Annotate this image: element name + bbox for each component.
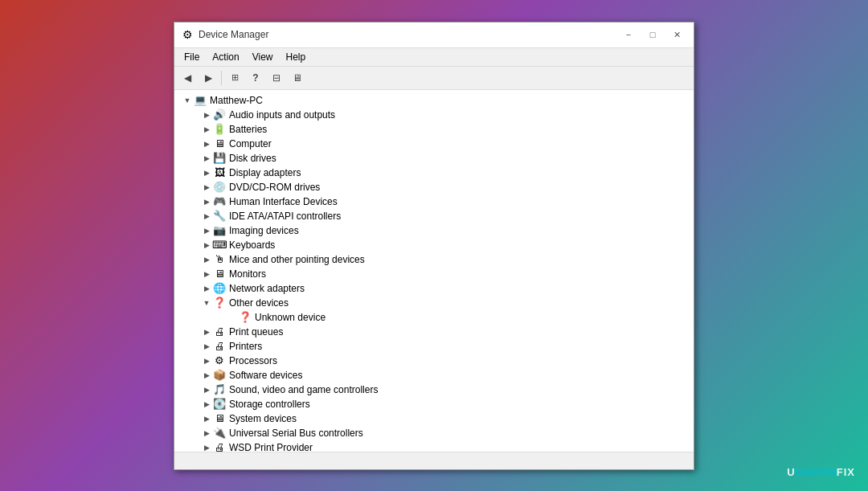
item-label: Processors: [229, 355, 277, 366]
item-icon: 🖨: [213, 441, 226, 452]
item-icon: 🔌: [213, 427, 226, 440]
list-item[interactable]: ▶ 🎵 Sound, video and game controllers: [174, 383, 694, 397]
item-label: Computer: [229, 138, 272, 149]
toolbar: ◀ ▶ ⊞ ? ⊟ 🖥: [174, 67, 694, 90]
toolbar-computer[interactable]: 🖥: [288, 69, 307, 87]
list-item[interactable]: ▶ 🔊 Audio inputs and outputs: [174, 108, 694, 122]
item-label: Keyboards: [229, 239, 275, 251]
expand-icon: ▶: [200, 340, 213, 353]
tree-root[interactable]: ▼ 💻 Matthew-PC: [174, 93, 694, 108]
item-label: Universal Serial Bus controllers: [229, 428, 363, 439]
expand-icon: ▶: [200, 181, 213, 194]
expand-root: ▼: [181, 94, 194, 107]
item-label: Mice and other pointing devices: [229, 254, 365, 265]
item-icon: ❓: [239, 311, 252, 324]
toolbar-forward[interactable]: ▶: [199, 69, 218, 87]
list-item[interactable]: ▶ 🖨 Printers: [174, 339, 694, 354]
expand-icon: ▶: [200, 137, 213, 150]
expand-icon: ▶: [200, 152, 213, 165]
list-item[interactable]: ▶ 📷 Imaging devices: [174, 223, 694, 238]
item-label: Sound, video and game controllers: [229, 384, 378, 395]
list-item[interactable]: ▶ 🖥 System devices: [174, 411, 694, 426]
item-icon: 🎮: [213, 195, 226, 208]
item-icon: 🎵: [213, 383, 226, 396]
item-label: Human Interface Devices: [229, 196, 338, 207]
item-icon: 🖼: [213, 166, 226, 179]
list-item[interactable]: ▶ 🔧 IDE ATA/ATAPI controllers: [174, 209, 694, 223]
item-icon: 🖨: [213, 325, 226, 338]
list-item[interactable]: ▶ 💽 Storage controllers: [174, 397, 694, 411]
expand-icon: ▶: [200, 108, 213, 121]
item-label: Other devices: [229, 297, 289, 309]
list-item[interactable]: ▶ 🖨 Print queues: [174, 325, 694, 339]
minimize-button[interactable]: −: [618, 27, 639, 43]
item-label: DVD/CD-ROM drives: [229, 182, 320, 193]
list-item[interactable]: ▶ ⌨ Keyboards: [174, 238, 694, 252]
toolbar-update[interactable]: ⊟: [267, 69, 286, 87]
expand-icon: ▶: [200, 282, 213, 295]
expand-icon: ▶: [200, 383, 213, 396]
menu-action[interactable]: Action: [206, 50, 245, 64]
expand-icon: ▶: [200, 166, 213, 179]
title-bar-left: ⚙ Device Manager: [181, 28, 268, 41]
expand-icon: ▶: [200, 354, 213, 367]
item-label: Unknown device: [255, 312, 326, 323]
list-item[interactable]: ▶ 🔋 Batteries: [174, 122, 694, 137]
item-icon: 🔧: [213, 210, 226, 223]
list-item[interactable]: ▶ ⚙ Processors: [174, 354, 694, 368]
maximize-button[interactable]: □: [642, 27, 663, 43]
item-label: Imaging devices: [229, 225, 299, 236]
item-icon: 💽: [213, 398, 226, 411]
list-item[interactable]: ▶ 🖥 Monitors: [174, 267, 694, 281]
menu-view[interactable]: View: [246, 50, 280, 64]
item-icon: 🌐: [213, 282, 226, 295]
list-item[interactable]: ▶ 🖱 Mice and other pointing devices: [174, 252, 694, 267]
expand-icon: ▶: [200, 210, 213, 223]
item-label: Print queues: [229, 326, 283, 338]
item-icon: 🖥: [213, 412, 226, 425]
list-item[interactable]: ▶ 💿 DVD/CD-ROM drives: [174, 180, 694, 194]
list-item[interactable]: ▶ 🖥 Computer: [174, 137, 694, 151]
window-controls: − □ ✕: [618, 27, 687, 43]
item-icon: 🔋: [213, 123, 226, 136]
list-item[interactable]: ▶ 🎮 Human Interface Devices: [174, 194, 694, 209]
expand-icon: ▶: [200, 268, 213, 280]
item-label: IDE ATA/ATAPI controllers: [229, 211, 341, 222]
menu-file[interactable]: File: [178, 50, 206, 64]
title-bar: ⚙ Device Manager − □ ✕: [174, 23, 694, 48]
item-label: WSD Print Provider: [229, 442, 313, 452]
list-item[interactable]: ▼ ❓ Other devices: [174, 296, 694, 310]
item-label: Software devices: [229, 370, 302, 381]
expand-icon: ▶: [200, 441, 213, 452]
item-icon: 🖥: [213, 137, 226, 150]
item-label: Audio inputs and outputs: [229, 109, 335, 121]
item-label: Printers: [229, 341, 262, 352]
list-item[interactable]: ❓ Unknown device: [174, 310, 694, 325]
toolbar-back[interactable]: ◀: [178, 69, 197, 87]
list-item[interactable]: ▶ 🖼 Display adapters: [174, 166, 694, 180]
item-icon: 📦: [213, 369, 226, 382]
expand-icon: ▶: [200, 369, 213, 382]
item-icon: 🖱: [213, 253, 226, 266]
window-icon: ⚙: [181, 28, 194, 41]
toolbar-properties[interactable]: ⊞: [225, 69, 244, 87]
item-label: Display adapters: [229, 167, 301, 178]
list-item[interactable]: ▶ 📦 Software devices: [174, 368, 694, 383]
list-item[interactable]: ▶ 🔌 Universal Serial Bus controllers: [174, 426, 694, 440]
menu-help[interactable]: Help: [280, 50, 313, 64]
item-label: Batteries: [229, 124, 267, 135]
toolbar-help[interactable]: ?: [246, 69, 265, 87]
list-item[interactable]: ▶ 🌐 Network adapters: [174, 281, 694, 296]
window-title: Device Manager: [199, 29, 268, 40]
item-icon: 🔊: [213, 108, 226, 121]
root-label: Matthew-PC: [210, 95, 263, 106]
expand-icon: ▶: [200, 224, 213, 237]
list-item[interactable]: ▶ 🖨 WSD Print Provider: [174, 440, 694, 452]
close-button[interactable]: ✕: [666, 27, 687, 43]
expand-icon: ▶: [200, 123, 213, 136]
item-icon: 📷: [213, 224, 226, 237]
expand-icon: ▶: [200, 195, 213, 208]
root-icon: 💻: [194, 94, 207, 107]
list-item[interactable]: ▶ 💾 Disk drives: [174, 151, 694, 166]
expand-icon: ▼: [200, 297, 213, 309]
